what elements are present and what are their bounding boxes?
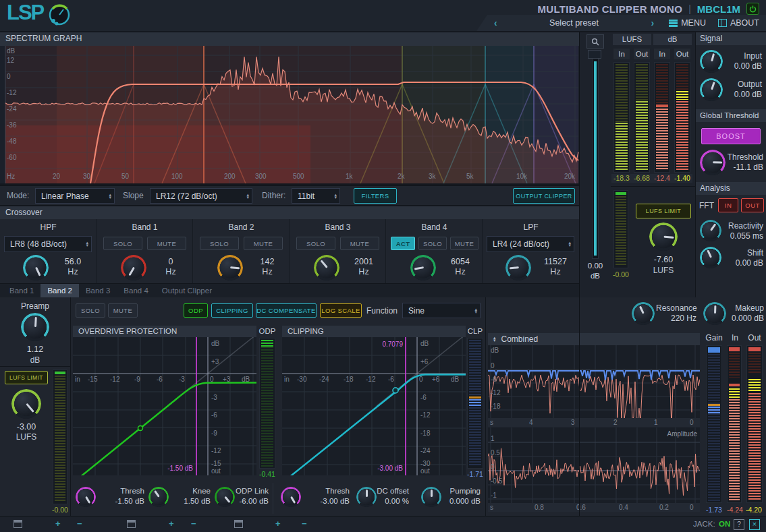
fit-time-icon[interactable]	[234, 520, 243, 528]
band4-mute-button[interactable]: MUTE	[450, 237, 478, 250]
tab-band-1[interactable]: Band 1	[3, 284, 40, 297]
band3-solo-button[interactable]: SOLO	[296, 237, 335, 250]
lpf-freq-knob[interactable]	[505, 255, 531, 280]
output-lufs-limit-knob[interactable]	[649, 223, 678, 251]
zoom-out-button[interactable]: −	[191, 519, 196, 529]
tick: 500	[293, 173, 304, 180]
function-select[interactable]: Sine	[402, 303, 481, 318]
gain-meter-value: -1.73	[703, 506, 725, 514]
hpf-slope-select[interactable]: LR8 (48 dB/oct)	[4, 236, 92, 252]
fft-in-button[interactable]: IN	[718, 198, 738, 212]
band-mute-button[interactable]: MUTE	[108, 303, 138, 318]
fft-out-button[interactable]: OUT	[741, 198, 764, 212]
zoom-out-button[interactable]: −	[77, 519, 82, 529]
odp-thresh-knob[interactable]	[76, 487, 96, 507]
db-in-meter	[654, 62, 670, 173]
clipping-toggle-button[interactable]: CLIPPING	[211, 303, 253, 318]
power-button[interactable]	[746, 3, 759, 15]
spinner-icon	[105, 194, 111, 199]
band2-mute-button[interactable]: MUTE	[244, 237, 283, 250]
band3-freq-knob[interactable]	[314, 255, 339, 280]
zoom-fader-track[interactable]	[592, 50, 599, 259]
preset-selector[interactable]: Select preset	[497, 18, 651, 28]
boost-button[interactable]: BOOST	[701, 128, 761, 144]
odp-graph[interactable]: in -15 -12 -9 -6 -3 0 +3 dB dB +3 -3 -6 …	[73, 337, 256, 475]
about-button[interactable]: ABOUT	[718, 18, 759, 28]
combined-selector[interactable]: Combined	[488, 333, 700, 345]
band-solo-button[interactable]: SOLO	[76, 303, 105, 318]
band4-freq-knob[interactable]	[410, 255, 436, 280]
slope-select[interactable]: LR12 (72 dB/oct)	[150, 188, 252, 204]
crossover-lpf: LPF LR4 (24 dB/oct) 11527 Hz	[483, 219, 579, 283]
tab-band-3[interactable]: Band 3	[79, 284, 117, 297]
zoom-in-button[interactable]: +	[55, 519, 61, 529]
output-clipper-button[interactable]: OUTPUT CLIPPER	[513, 188, 575, 204]
zoom-in-button[interactable]: +	[275, 519, 281, 529]
band4-solo-button[interactable]: SOLO	[418, 237, 447, 250]
combined-amp-time-axis: s 0.8 0.6 0.4 0.2 0	[488, 503, 700, 512]
band-lufs-limit-button[interactable]: LUFS LIMIT	[5, 371, 48, 384]
help-button[interactable]: ?	[734, 519, 744, 530]
knob-value: -6.00 dB	[223, 496, 269, 506]
tick: +3	[223, 376, 230, 383]
zoom-in-button[interactable]: +	[169, 519, 174, 529]
dither-select[interactable]: 11bit	[292, 188, 340, 204]
hpf-freq-knob[interactable]	[23, 255, 49, 280]
zoom-button[interactable]	[586, 34, 604, 49]
plugin-title: MULTIBAND CLIPPER MONO	[538, 3, 683, 15]
band3-freq-value: 2001	[345, 257, 383, 267]
makeup-knob[interactable]	[703, 302, 726, 325]
zoom-fader-fill	[594, 61, 597, 256]
odp-knee-knob[interactable]	[148, 487, 169, 507]
clip-thresh-knob[interactable]	[281, 487, 301, 507]
reactivity-knob[interactable]	[700, 220, 721, 241]
tab-band-2[interactable]: Band 2	[40, 284, 78, 297]
tick: dB	[211, 340, 219, 347]
clip-graph[interactable]: in -30 -24 -18 -12 -6 0 +6 dB dB +6 -6 -…	[282, 337, 466, 475]
tick: -30	[297, 376, 306, 383]
tick: -12	[420, 411, 430, 419]
close-button[interactable]: ×	[749, 519, 760, 530]
input-gain-knob[interactable]	[700, 50, 723, 73]
filters-button[interactable]: FILTERS	[354, 188, 397, 204]
odp-toggle-button[interactable]: ODP	[184, 303, 208, 318]
global-threshold-knob[interactable]	[700, 150, 726, 175]
resonance-knob[interactable]	[632, 302, 655, 325]
band2-freq-knob[interactable]	[217, 255, 243, 280]
output-gain-knob[interactable]	[700, 78, 723, 101]
band1-freq-knob[interactable]	[121, 255, 146, 280]
tick: 4	[529, 419, 533, 426]
preset-next-button[interactable]: ›	[651, 18, 654, 28]
band1-mute-button[interactable]: MUTE	[147, 237, 186, 250]
preamp-knob[interactable]	[21, 313, 49, 341]
tab-band-4[interactable]: Band 4	[117, 284, 155, 297]
section-title: HPF	[0, 223, 97, 232]
band4-act-button[interactable]: ACT	[391, 237, 415, 250]
zoom-fader-handle[interactable]	[588, 50, 601, 59]
tick: -1	[491, 492, 497, 499]
shift-knob[interactable]	[700, 247, 721, 268]
output-lufs-limit-button[interactable]: LUFS LIMIT	[636, 204, 691, 218]
tick: out	[420, 467, 430, 475]
band2-solo-button[interactable]: SOLO	[200, 237, 239, 250]
dc-compensate-button[interactable]: DC COMPENSATE	[256, 303, 317, 318]
zoom-out-button[interactable]: −	[302, 519, 307, 529]
crossover-band1: Band 1 SOLO MUTE 0 Hz	[97, 219, 193, 283]
mode-select[interactable]: Linear Phase	[35, 188, 115, 204]
tick: 3	[571, 419, 575, 426]
band3-mute-button[interactable]: MUTE	[340, 237, 379, 250]
zoom-unit: dB	[580, 272, 611, 280]
spectrum-graph[interactable]: dB 12 0 -12 -24 -36 -48 -60 Hz 20 30 50 …	[0, 46, 579, 183]
band1-solo-button[interactable]: SOLO	[103, 237, 142, 250]
fit-graph-icon[interactable]	[13, 520, 22, 528]
lpf-slope-select[interactable]: LR4 (24 dB/oct)	[487, 236, 574, 252]
combined-gain-graph[interactable]	[488, 345, 700, 418]
tab-output-clipper[interactable]: Output Clipper	[155, 284, 219, 297]
log-scale-button[interactable]: LOG SCALE	[320, 303, 362, 318]
band-lufs-limit-knob[interactable]	[11, 389, 41, 419]
combined-amplitude-graph[interactable]: Amplitude	[488, 427, 700, 503]
reactivity-label: Reactivity	[721, 221, 763, 231]
resonance-value: 220 Hz	[656, 314, 696, 324]
menu-button[interactable]: MENU	[669, 18, 706, 28]
fit-graph-icon[interactable]	[127, 520, 136, 528]
